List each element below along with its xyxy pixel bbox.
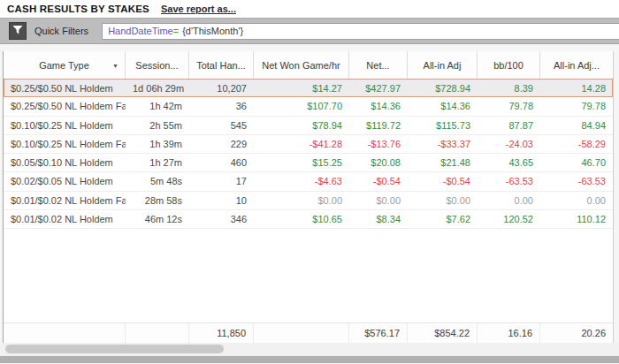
column-header-net-won-hr[interactable]: Net Won Game/hr	[254, 51, 349, 79]
cell-bb100: 120.52	[478, 214, 540, 224]
column-header-label: Net...	[366, 60, 389, 71]
total-allin-adj-bb: 20.26	[540, 323, 613, 343]
table-row[interactable]: $0.05/$0.10 NL Holdem1h 27m460$15.25$20.…	[4, 154, 613, 172]
horizontal-scrollbar-thumb[interactable]	[5, 345, 224, 353]
cell-net-won-hr: $78.94	[254, 120, 349, 131]
cell-allin-adj: $115.73	[408, 120, 478, 131]
cell-hands: 545	[189, 120, 254, 131]
window-bottom-edge	[0, 356, 619, 363]
column-header-label: Session...	[135, 60, 178, 71]
cell-session: 1d 06h 29m	[126, 83, 189, 94]
page-title: CASH RESULTS BY STAKES	[7, 4, 149, 14]
horizontal-scrollbar[interactable]	[0, 343, 619, 356]
cell-game-type: $0.10/$0.25 NL Holdem	[4, 120, 126, 131]
cell-game-type: $0.25/$0.50 NL Holdem	[4, 83, 126, 94]
cell-allin-adj: $21.48	[408, 157, 478, 168]
column-header-net[interactable]: Net...	[349, 51, 408, 79]
total-bb100: 16.16	[478, 323, 540, 343]
cell-bb100: 79.78	[478, 101, 540, 111]
empty-table-area	[4, 229, 613, 323]
cell-hands: 10	[189, 195, 254, 206]
cell-allin-adj-bb: 79.78	[540, 101, 613, 111]
cell-net: $14.36	[349, 101, 408, 111]
cell-allin-adj-bb: 0.00	[540, 195, 613, 206]
cell-net: $119.72	[349, 120, 408, 131]
cell-net: $8.34	[349, 214, 408, 224]
cell-allin-adj-bb: 110.12	[540, 214, 613, 224]
column-header-allin-adj-bb[interactable]: All-in Adj...	[540, 51, 613, 79]
table-row[interactable]: $0.10/$0.25 NL Holdem Fast1h 39m229-$41.…	[4, 135, 613, 154]
table-row[interactable]: $0.02/$0.05 NL Holdem5m 48s17-$4.63-$0.5…	[4, 172, 613, 191]
column-header-label: Net Won Game/hr	[262, 60, 340, 71]
cell-net: $427.97	[349, 83, 408, 94]
cell-bb100: 8.39	[478, 83, 540, 94]
cell-bb100: -24.03	[478, 139, 540, 149]
cell-hands: 346	[189, 214, 254, 224]
spacer-strip	[0, 44, 619, 51]
cell-bb100: -63.53	[478, 176, 540, 186]
total-session-blank	[126, 323, 189, 343]
table-header-row: Game Type ▼ Session... Total Han... Net …	[4, 51, 613, 79]
total-allin-adj: $854.22	[408, 323, 478, 343]
cell-bb100: 0.00	[478, 195, 540, 206]
column-header-label: All-in Adj...	[554, 60, 600, 71]
cell-bb100: 87.87	[478, 120, 540, 131]
table-row[interactable]: $0.01/$0.02 NL Holdem Fast28m 58s10$0.00…	[4, 192, 613, 210]
report-title-bar: CASH RESULTS BY STAKES Save report as...	[0, 0, 619, 18]
cell-net-won-hr: $107.70	[254, 101, 349, 111]
total-net-won-hr-blank	[254, 323, 349, 343]
filter-field-name: HandDateTime	[108, 26, 173, 36]
cell-allin-adj-bb: 84.94	[540, 120, 613, 131]
cell-allin-adj: -$33.37	[408, 139, 478, 149]
app-window: CASH RESULTS BY STAKES Save report as...…	[0, 0, 619, 364]
cell-allin-adj-bb: -63.53	[540, 176, 613, 186]
cell-net-won-hr: -$41.28	[254, 139, 349, 149]
column-header-total-hands[interactable]: Total Han...	[189, 51, 254, 79]
totals-row: 11,850 $576.17 $854.22 16.16 20.26	[4, 323, 613, 343]
quick-filters-bar: Quick Filters HandDateTime={d'ThisMonth'…	[0, 18, 619, 44]
table-row[interactable]: $0.01/$0.02 NL Holdem46m 12s346$10.65$8.…	[4, 210, 613, 229]
cell-hands: 229	[189, 139, 254, 149]
column-header-label: All-in Adj	[424, 60, 462, 71]
cell-allin-adj-bb: 46.70	[540, 157, 613, 168]
cell-net: -$13.76	[349, 139, 408, 149]
table-row[interactable]: $0.25/$0.50 NL Holdem Fast1h 42m36$107.7…	[4, 97, 613, 116]
column-header-game-type[interactable]: Game Type ▼	[4, 51, 126, 79]
cell-game-type: $0.01/$0.02 NL Holdem Fast	[4, 195, 126, 206]
column-header-label: Total Han...	[196, 60, 246, 71]
funnel-icon	[12, 23, 23, 39]
chevron-down-icon[interactable]: ▼	[112, 62, 118, 68]
column-header-label: bb/100	[493, 60, 523, 71]
quick-filters-label: Quick Filters	[34, 26, 88, 36]
cell-session: 2h 55m	[126, 120, 189, 131]
cell-game-type: $0.02/$0.05 NL Holdem	[4, 176, 126, 186]
cell-net-won-hr: -$4.63	[254, 176, 349, 186]
cell-hands: 36	[189, 101, 254, 111]
cell-session: 28m 58s	[126, 195, 189, 206]
cell-session: 1h 27m	[126, 157, 189, 168]
filter-expression-input[interactable]: HandDateTime={d'ThisMonth'}	[102, 23, 619, 40]
cell-game-type: $0.01/$0.02 NL Holdem	[4, 214, 126, 224]
cell-net: $0.00	[349, 195, 408, 206]
table-row[interactable]: $0.10/$0.25 NL Holdem2h 55m545$78.94$119…	[4, 117, 613, 135]
cell-session: 5m 48s	[126, 176, 189, 186]
cell-bb100: 43.65	[478, 157, 540, 168]
column-header-bb100[interactable]: bb/100	[478, 51, 540, 79]
cell-hands: 10,207	[189, 83, 254, 94]
cell-game-type: $0.10/$0.25 NL Holdem Fast	[4, 139, 126, 149]
results-table: Game Type ▼ Session... Total Han... Net …	[3, 51, 614, 343]
column-header-label: Game Type	[39, 60, 89, 71]
table-body: $0.25/$0.50 NL Holdem1d 06h 29m10,207$14…	[4, 79, 613, 229]
table-row[interactable]: $0.25/$0.50 NL Holdem1d 06h 29m10,207$14…	[4, 79, 613, 97]
cell-net-won-hr: $14.27	[254, 83, 349, 94]
column-header-allin-adj[interactable]: All-in Adj	[408, 51, 478, 79]
save-report-link[interactable]: Save report as...	[161, 4, 236, 14]
cell-net: $20.08	[349, 157, 408, 168]
filter-button[interactable]	[9, 22, 27, 40]
cell-net-won-hr: $0.00	[254, 195, 349, 206]
cell-game-type: $0.05/$0.10 NL Holdem	[4, 157, 126, 168]
cell-allin-adj: -$0.54	[408, 176, 478, 186]
cell-allin-adj: $0.00	[408, 195, 478, 206]
column-header-session[interactable]: Session...	[126, 51, 189, 79]
cell-allin-adj: $7.62	[408, 214, 478, 224]
